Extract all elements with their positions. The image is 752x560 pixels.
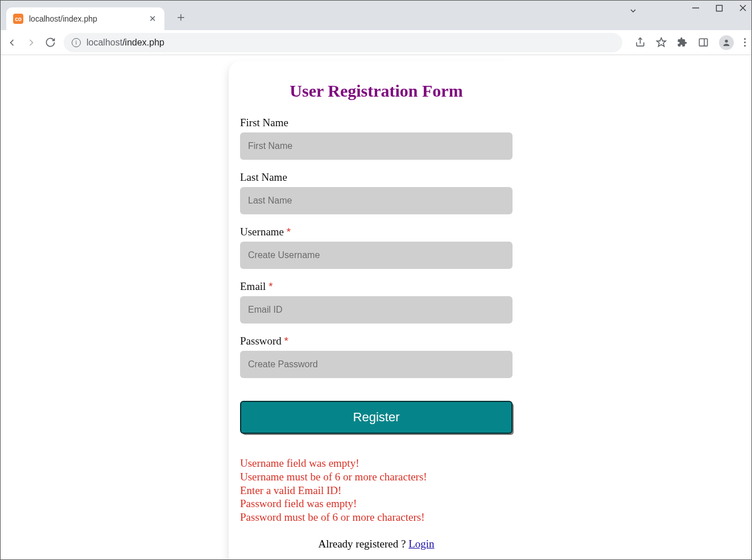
required-marker: * xyxy=(287,226,291,238)
username-label: Username * xyxy=(240,226,513,238)
extensions-puzzle-icon[interactable] xyxy=(677,37,688,48)
error-message: Password must be of 6 or more characters… xyxy=(240,511,513,524)
password-input[interactable] xyxy=(240,351,513,378)
share-icon[interactable] xyxy=(635,37,646,48)
close-window-icon[interactable] xyxy=(739,4,747,12)
kebab-menu-icon[interactable] xyxy=(744,38,746,47)
login-prompt: Already registered ? Login xyxy=(240,538,513,550)
forward-button-icon[interactable] xyxy=(26,37,37,48)
url-path: /index.php xyxy=(122,38,164,47)
required-marker: * xyxy=(284,335,288,347)
reload-button-icon[interactable] xyxy=(45,37,56,48)
tab-search-chevron-icon[interactable] xyxy=(629,6,638,15)
field-email: Email * xyxy=(240,280,513,323)
browser-toolbar: i localhost/index.php xyxy=(1,30,751,55)
field-username: Username * xyxy=(240,226,513,269)
url-text: localhost/index.php xyxy=(86,38,164,48)
first-name-label: First Name xyxy=(240,117,513,129)
last-name-input[interactable] xyxy=(240,187,513,214)
password-label-text: Password xyxy=(240,335,282,347)
maximize-window-icon[interactable] xyxy=(716,5,723,12)
svg-marker-6 xyxy=(657,38,666,47)
email-label: Email * xyxy=(240,280,513,293)
toolbar-right-icons xyxy=(635,35,746,50)
error-message: Username field was empty! xyxy=(240,457,513,470)
last-name-label: Last Name xyxy=(240,171,513,184)
page-viewport: User Registration Form First Name Last N… xyxy=(1,55,751,559)
form-title: User Registration Form xyxy=(240,81,513,101)
window-controls xyxy=(692,4,747,12)
error-list: Username field was empty! Username must … xyxy=(240,457,513,524)
close-tab-icon[interactable]: ✕ xyxy=(148,14,158,24)
svg-rect-1 xyxy=(716,5,722,11)
username-label-text: Username xyxy=(240,226,284,238)
error-message: Password field was empty! xyxy=(240,497,513,511)
side-panel-icon[interactable] xyxy=(698,37,709,48)
url-host: localhost xyxy=(86,38,122,47)
browser-tab-title: localhost/index.php xyxy=(29,14,148,23)
back-button-icon[interactable] xyxy=(6,37,18,48)
field-last-name: Last Name xyxy=(240,171,513,214)
field-first-name: First Name xyxy=(240,117,513,160)
login-prompt-text: Already registered ? xyxy=(318,538,408,550)
svg-rect-7 xyxy=(699,39,707,46)
address-bar[interactable]: i localhost/index.php xyxy=(64,33,622,52)
email-label-text: Email xyxy=(240,280,266,292)
site-info-icon[interactable]: i xyxy=(72,38,81,47)
email-input[interactable] xyxy=(240,296,513,323)
svg-point-9 xyxy=(725,39,728,42)
browser-tab-active[interactable]: co localhost/index.php ✕ xyxy=(6,7,164,30)
xampp-favicon-icon: co xyxy=(13,14,23,24)
profile-avatar-icon[interactable] xyxy=(719,35,734,50)
login-link[interactable]: Login xyxy=(408,538,434,550)
error-message: Enter a valid Email ID! xyxy=(240,484,513,497)
register-button[interactable]: Register xyxy=(240,401,513,434)
registration-card: User Registration Form First Name Last N… xyxy=(228,61,524,559)
new-tab-button[interactable]: ＋ xyxy=(175,9,187,26)
bookmark-star-icon[interactable] xyxy=(656,37,667,48)
password-label: Password * xyxy=(240,335,513,347)
first-name-input[interactable] xyxy=(240,132,513,160)
username-input[interactable] xyxy=(240,242,513,269)
field-password: Password * xyxy=(240,335,513,378)
error-message: Username must be of 6 or more characters… xyxy=(240,470,513,484)
browser-tab-strip: co localhost/index.php ✕ ＋ xyxy=(1,1,751,30)
minimize-window-icon[interactable] xyxy=(692,4,700,12)
required-marker: * xyxy=(268,280,272,292)
